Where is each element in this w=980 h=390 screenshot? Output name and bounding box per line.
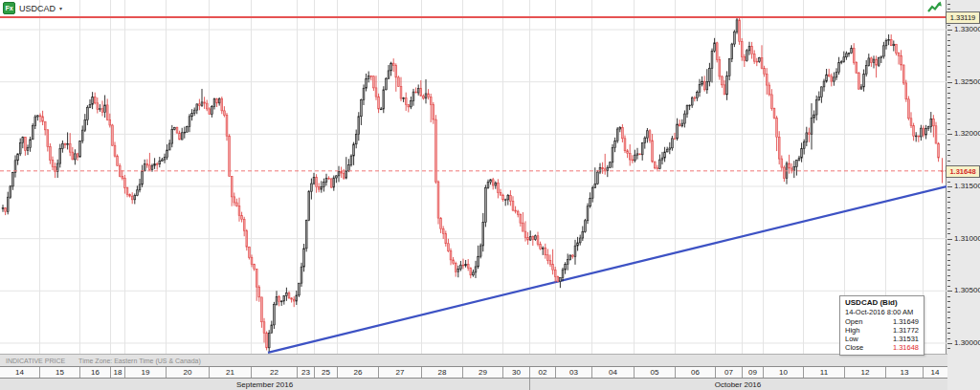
price-tick-label: 1.31000 [954, 234, 980, 243]
indicative-price-label: INDICATIVE PRICE [6, 358, 65, 364]
price-minor-tick [947, 144, 950, 145]
month-label: October 2016 [529, 379, 947, 390]
fx-badge-icon: Fx [3, 2, 15, 14]
day-cell: 21 [209, 367, 251, 378]
tooltip-high-row: High1.31772 [845, 326, 919, 335]
price-minor-tick [947, 202, 950, 203]
price-minor-tick [947, 270, 950, 271]
day-cell: 22 [251, 367, 297, 378]
price-minor-tick [947, 322, 950, 323]
day-cell: 25 [314, 367, 337, 378]
day-cell: 14 [923, 367, 947, 378]
price-minor-tick [947, 129, 950, 130]
day-cell: 28 [421, 367, 462, 378]
price-minor-tick [947, 55, 950, 56]
chevron-down-icon: ▾ [59, 5, 62, 11]
day-cell: 26 [337, 367, 378, 378]
tooltip-datetime: 14-Oct-2016 8:00 AM [845, 308, 919, 316]
price-minor-tick [947, 103, 950, 104]
price-minor-tick [947, 333, 950, 334]
price-minor-tick [947, 34, 950, 35]
day-cell: 29 [462, 367, 502, 378]
price-major-tick [947, 30, 952, 31]
price-minor-tick [947, 317, 950, 318]
price-tick-label: 1.30000 [954, 338, 980, 347]
price-minor-tick [947, 338, 950, 339]
price-minor-tick [947, 87, 950, 88]
price-minor-tick [947, 280, 950, 281]
day-cell: 23 [297, 367, 314, 378]
day-cell: 18 [110, 367, 124, 378]
price-minor-tick [947, 275, 950, 276]
ohlc-tooltip: USDCAD (Bid) 14-Oct-2016 8:00 AM Open1.3… [839, 295, 924, 356]
symbol-selector[interactable]: Fx USDCAD ▾ [3, 2, 62, 14]
price-minor-tick [947, 51, 950, 52]
time-axis[interactable]: 1415161819202122232526272829300203040506… [0, 366, 947, 379]
price-minor-tick [947, 150, 950, 151]
day-cell: 12 [844, 367, 885, 378]
month-divider [529, 379, 530, 390]
price-minor-tick [947, 249, 950, 250]
price-minor-tick [947, 182, 950, 183]
price-tick-label: 1.33000 [954, 25, 980, 33]
price-minor-tick [947, 286, 950, 287]
price-minor-tick [947, 40, 950, 41]
price-minor-tick [947, 4, 950, 5]
price-minor-tick [947, 9, 950, 10]
price-minor-tick [947, 312, 950, 313]
price-minor-tick [947, 254, 950, 255]
price-minor-tick [947, 72, 950, 73]
price-chart-canvas[interactable] [0, 0, 947, 354]
price-minor-tick [947, 66, 950, 67]
price-minor-tick [947, 123, 950, 124]
status-bar: INDICATIVE PRICE Time Zone: Eastern Time… [0, 354, 947, 366]
price-minor-tick [947, 113, 950, 114]
day-cell: 20 [166, 367, 209, 378]
day-cell: 16 [79, 367, 110, 378]
price-minor-tick [947, 119, 950, 119]
day-cell: 05 [634, 367, 675, 378]
timezone-label: Time Zone: Eastern Time (US & Canada) [78, 358, 201, 364]
day-cell: 11 [803, 367, 844, 378]
price-minor-tick [947, 61, 950, 62]
tooltip-low-row: Low1.31531 [845, 335, 919, 343]
day-cell: 04 [591, 367, 634, 378]
price-minor-tick [947, 348, 950, 349]
tooltip-open-row: Open1.31649 [845, 317, 919, 326]
axis-corner [947, 354, 980, 390]
day-cell: 02 [529, 367, 555, 378]
price-minor-tick [947, 296, 950, 297]
day-cell: 19 [124, 367, 166, 378]
price-minor-tick [947, 161, 950, 162]
price-major-tick [947, 343, 952, 344]
price-minor-tick [947, 155, 950, 156]
day-cell: 30 [502, 367, 529, 378]
price-minor-tick [947, 244, 950, 245]
price-minor-tick [947, 76, 950, 77]
price-major-tick [947, 82, 952, 83]
price-minor-tick [947, 223, 950, 224]
trading-chart-window: Fx USDCAD ▾ USDCAD (Bid) 14-Oct-2016 8:0… [0, 0, 980, 390]
price-minor-tick [947, 25, 950, 26]
symbol-label: USDCAD [19, 4, 56, 13]
price-minor-tick [947, 260, 950, 261]
day-cell: 27 [378, 367, 421, 378]
price-minor-tick [947, 197, 950, 198]
day-cell: 06 [675, 367, 715, 378]
price-major-tick [947, 186, 952, 187]
day-cell: 15 [39, 367, 79, 378]
price-major-tick [947, 291, 952, 292]
day-cell: 07 [715, 367, 742, 378]
price-minor-tick [947, 265, 950, 266]
chart-plot-region[interactable]: Fx USDCAD ▾ USDCAD (Bid) 14-Oct-2016 8:0… [0, 0, 947, 354]
high-price-tag: 1.33119 [946, 11, 980, 24]
price-tick-label: 1.32000 [954, 129, 980, 138]
price-minor-tick [947, 98, 950, 98]
last-price-tag: 1.31648 [946, 165, 980, 178]
day-cell: 03 [555, 367, 591, 378]
price-minor-tick [947, 307, 950, 308]
price-major-tick [947, 239, 952, 240]
price-minor-tick [947, 212, 950, 213]
price-tick-label: 1.30500 [954, 286, 980, 294]
day-cell: 13 [885, 367, 923, 378]
